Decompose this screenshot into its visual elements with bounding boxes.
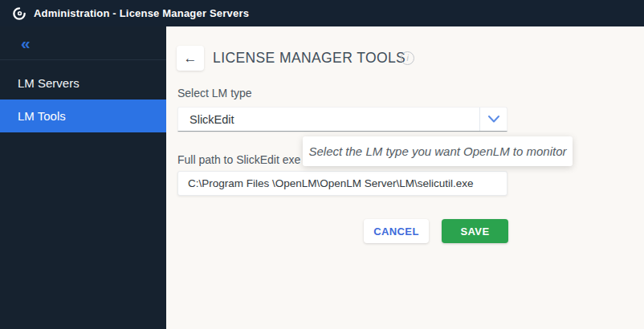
page-title: LICENSE MANAGER TOOLS bbox=[213, 50, 406, 67]
main-content: ← LICENSE MANAGER TOOLS i Select LM type… bbox=[166, 26, 644, 329]
sidebar-nav: LM Servers LM Tools bbox=[0, 67, 166, 132]
save-button[interactable]: SAVE bbox=[442, 219, 508, 243]
path-input[interactable] bbox=[177, 171, 507, 196]
administration-window: Administration - License Manager Servers… bbox=[0, 0, 644, 329]
top-header-bar: Administration - License Manager Servers bbox=[0, 0, 644, 26]
lm-type-select[interactable]: SlickEdit bbox=[177, 107, 507, 132]
lm-type-selected-value: SlickEdit bbox=[178, 113, 479, 126]
openlm-logo-icon bbox=[12, 6, 26, 21]
sidebar-item-lm-servers[interactable]: LM Servers bbox=[0, 67, 166, 100]
window-title: Administration - License Manager Servers bbox=[34, 7, 249, 19]
lm-type-label: Select LM type bbox=[177, 87, 252, 100]
back-arrow-icon: ← bbox=[184, 51, 198, 67]
sidebar-divider bbox=[0, 59, 166, 60]
sidebar-item-label: LM Servers bbox=[18, 76, 79, 90]
cancel-button[interactable]: CANCEL bbox=[364, 219, 429, 243]
lm-type-tooltip: Select the LM type you want OpenLM to mo… bbox=[303, 136, 573, 166]
path-label: Full path to SlickEdit exe bbox=[177, 153, 300, 166]
sidebar: « LM Servers LM Tools bbox=[0, 26, 166, 329]
sidebar-item-lm-tools[interactable]: LM Tools bbox=[0, 100, 166, 132]
sidebar-collapse-icon[interactable]: « bbox=[21, 35, 31, 51]
chevron-down-icon[interactable] bbox=[480, 116, 507, 123]
back-button[interactable]: ← bbox=[177, 46, 204, 71]
info-icon[interactable]: i bbox=[401, 51, 414, 65]
form-actions: CANCEL SAVE bbox=[364, 219, 508, 243]
sidebar-item-label: LM Tools bbox=[18, 109, 66, 123]
